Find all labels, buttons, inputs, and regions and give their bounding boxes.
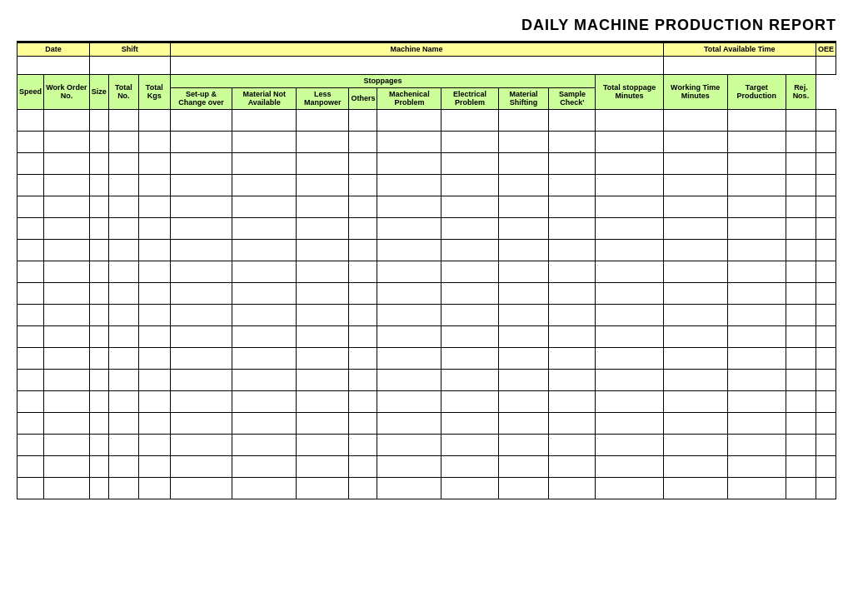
table-cell[interactable] bbox=[232, 348, 297, 370]
table-cell[interactable] bbox=[138, 326, 170, 348]
table-cell[interactable] bbox=[786, 196, 816, 218]
table-cell[interactable] bbox=[297, 132, 349, 153]
table-cell[interactable] bbox=[498, 261, 549, 283]
table-cell[interactable] bbox=[727, 218, 786, 240]
table-cell[interactable] bbox=[349, 435, 377, 456]
table-cell[interactable] bbox=[138, 456, 170, 478]
table-cell[interactable] bbox=[17, 283, 44, 305]
table-cell[interactable] bbox=[349, 283, 377, 305]
table-cell[interactable] bbox=[138, 305, 170, 326]
table-cell[interactable] bbox=[727, 413, 786, 435]
table-cell[interactable] bbox=[297, 175, 349, 196]
table-cell[interactable] bbox=[108, 435, 138, 456]
table-cell[interactable] bbox=[89, 391, 108, 413]
table-cell[interactable] bbox=[44, 240, 90, 261]
table-cell[interactable] bbox=[138, 413, 170, 435]
table-cell[interactable] bbox=[441, 348, 498, 370]
table-cell[interactable] bbox=[44, 456, 90, 478]
table-cell[interactable] bbox=[232, 326, 297, 348]
table-cell[interactable] bbox=[377, 196, 441, 218]
table-cell[interactable] bbox=[498, 348, 549, 370]
table-cell[interactable] bbox=[89, 435, 108, 456]
table-cell[interactable] bbox=[596, 175, 663, 196]
table-cell[interactable] bbox=[663, 305, 727, 326]
table-cell[interactable] bbox=[377, 370, 441, 391]
table-cell[interactable] bbox=[727, 370, 786, 391]
table-cell[interactable] bbox=[17, 391, 44, 413]
table-cell[interactable] bbox=[816, 326, 836, 348]
table-cell[interactable] bbox=[663, 110, 727, 132]
table-cell[interactable] bbox=[138, 391, 170, 413]
table-cell[interactable] bbox=[377, 283, 441, 305]
table-cell[interactable] bbox=[498, 326, 549, 348]
table-cell[interactable] bbox=[663, 456, 727, 478]
table-cell[interactable] bbox=[663, 218, 727, 240]
table-cell[interactable] bbox=[170, 413, 232, 435]
table-cell[interactable] bbox=[786, 218, 816, 240]
table-cell[interactable] bbox=[170, 175, 232, 196]
table-cell[interactable] bbox=[816, 305, 836, 326]
table-cell[interactable] bbox=[349, 196, 377, 218]
table-cell[interactable] bbox=[138, 370, 170, 391]
table-cell[interactable] bbox=[816, 413, 836, 435]
table-cell[interactable] bbox=[138, 153, 170, 175]
table-cell[interactable] bbox=[170, 283, 232, 305]
table-cell[interactable] bbox=[108, 326, 138, 348]
table-cell[interactable] bbox=[663, 261, 727, 283]
table-cell[interactable] bbox=[441, 218, 498, 240]
table-cell[interactable] bbox=[108, 391, 138, 413]
table-cell[interactable] bbox=[89, 305, 108, 326]
table-cell[interactable] bbox=[17, 370, 44, 391]
table-cell[interactable] bbox=[108, 370, 138, 391]
table-cell[interactable] bbox=[170, 153, 232, 175]
table-cell[interactable] bbox=[727, 283, 786, 305]
table-cell[interactable] bbox=[89, 413, 108, 435]
table-cell[interactable] bbox=[441, 283, 498, 305]
table-cell[interactable] bbox=[727, 478, 786, 499]
table-cell[interactable] bbox=[89, 153, 108, 175]
table-cell[interactable] bbox=[44, 153, 90, 175]
table-cell[interactable] bbox=[663, 348, 727, 370]
table-cell[interactable] bbox=[596, 305, 663, 326]
table-cell[interactable] bbox=[17, 153, 44, 175]
table-cell[interactable] bbox=[816, 132, 836, 153]
table-cell[interactable] bbox=[44, 391, 90, 413]
table-cell[interactable] bbox=[349, 456, 377, 478]
table-cell[interactable] bbox=[108, 175, 138, 196]
table-cell[interactable] bbox=[441, 370, 498, 391]
table-cell[interactable] bbox=[727, 175, 786, 196]
table-cell[interactable] bbox=[377, 153, 441, 175]
table-cell[interactable] bbox=[349, 153, 377, 175]
table-cell[interactable] bbox=[108, 478, 138, 499]
table-cell[interactable] bbox=[549, 326, 596, 348]
table-cell[interactable] bbox=[549, 305, 596, 326]
table-cell[interactable] bbox=[170, 348, 232, 370]
table-cell[interactable] bbox=[441, 478, 498, 499]
table-cell[interactable] bbox=[441, 435, 498, 456]
table-cell[interactable] bbox=[44, 370, 90, 391]
table-cell[interactable] bbox=[349, 478, 377, 499]
table-cell[interactable] bbox=[297, 110, 349, 132]
table-cell[interactable] bbox=[138, 218, 170, 240]
table-cell[interactable] bbox=[232, 478, 297, 499]
table-cell[interactable] bbox=[89, 478, 108, 499]
table-cell[interactable] bbox=[108, 110, 138, 132]
table-cell[interactable] bbox=[297, 240, 349, 261]
table-cell[interactable] bbox=[663, 435, 727, 456]
table-cell[interactable] bbox=[108, 132, 138, 153]
table-cell[interactable] bbox=[441, 132, 498, 153]
table-cell[interactable] bbox=[596, 435, 663, 456]
table-cell[interactable] bbox=[596, 456, 663, 478]
table-cell[interactable] bbox=[297, 456, 349, 478]
table-cell[interactable] bbox=[349, 132, 377, 153]
table-cell[interactable] bbox=[17, 305, 44, 326]
table-cell[interactable] bbox=[377, 305, 441, 326]
table-cell[interactable] bbox=[816, 261, 836, 283]
table-cell[interactable] bbox=[377, 261, 441, 283]
table-cell[interactable] bbox=[786, 153, 816, 175]
table-cell[interactable] bbox=[232, 240, 297, 261]
table-cell[interactable] bbox=[17, 110, 44, 132]
table-cell[interactable] bbox=[232, 132, 297, 153]
table-cell[interactable] bbox=[498, 413, 549, 435]
table-cell[interactable] bbox=[377, 478, 441, 499]
